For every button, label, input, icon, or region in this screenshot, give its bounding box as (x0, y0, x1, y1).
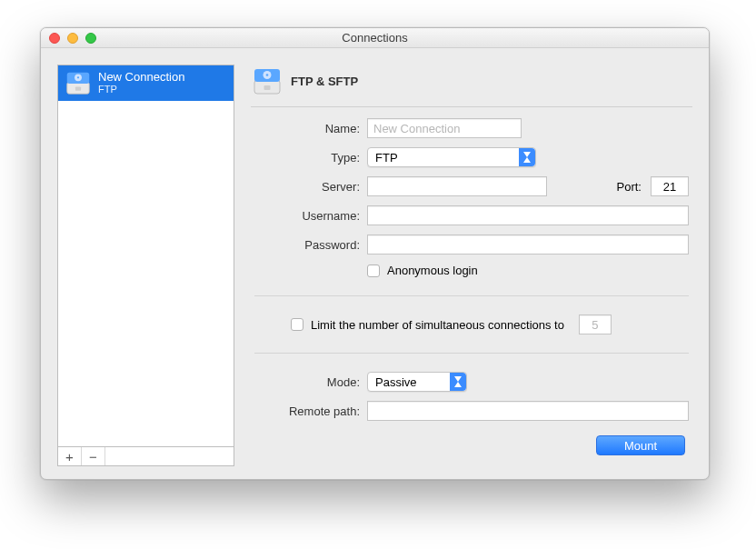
add-connection-button[interactable]: + (58, 447, 82, 465)
chevron-updown-icon (519, 148, 535, 166)
divider (254, 353, 689, 354)
server-field[interactable] (367, 176, 547, 196)
connections-source-list[interactable]: New Connection FTP (57, 65, 234, 446)
connection-form: Name: Type: FTP Server: (251, 118, 692, 455)
titlebar[interactable]: Connections (41, 28, 709, 48)
anonymous-label: Anonymous login (387, 264, 478, 277)
zoom-window-button[interactable] (85, 33, 96, 44)
type-select[interactable]: FTP (367, 147, 536, 167)
limit-connections-field[interactable] (579, 314, 612, 334)
minimize-window-button[interactable] (67, 33, 78, 44)
mode-value: Passive (375, 375, 417, 389)
port-label: Port: (617, 180, 643, 194)
close-window-button[interactable] (49, 33, 60, 44)
username-label: Username: (254, 209, 360, 223)
type-value: FTP (375, 151, 398, 165)
password-field[interactable] (367, 235, 689, 255)
username-field[interactable] (367, 205, 689, 225)
disk-icon (65, 70, 91, 95)
connection-item[interactable]: New Connection FTP (58, 65, 234, 101)
server-label: Server: (254, 180, 360, 194)
port-field[interactable] (651, 176, 689, 196)
connection-item-title: New Connection (98, 71, 184, 84)
remote-path-label: Remote path: (254, 404, 360, 418)
name-label: Name: (254, 122, 360, 135)
window-controls (41, 33, 96, 44)
anonymous-checkbox[interactable] (367, 265, 380, 277)
divider (254, 295, 689, 296)
window-body: New Connection FTP + − FTP & SFTP Name: (41, 48, 709, 479)
panel-title: FTP & SFTP (291, 75, 358, 88)
panel-header: FTP & SFTP (251, 65, 692, 107)
disk-icon (253, 66, 282, 95)
limit-connections-label: Limit the number of simultaneous connect… (311, 318, 564, 332)
mode-select[interactable]: Passive (367, 372, 467, 392)
password-label: Password: (254, 238, 360, 252)
sidebar-footer: + − (57, 446, 234, 466)
remove-connection-button[interactable]: − (82, 447, 105, 465)
window-title: Connections (41, 31, 709, 45)
type-label: Type: (254, 151, 360, 165)
limit-connections-checkbox[interactable] (291, 318, 303, 331)
connections-window: Connections New Connection FTP + − (40, 27, 710, 480)
connections-sidebar: New Connection FTP + − (57, 65, 234, 466)
connection-item-text: New Connection FTP (98, 71, 184, 95)
connection-item-subtitle: FTP (98, 84, 184, 95)
connection-details-panel: FTP & SFTP Name: Type: FTP (251, 65, 692, 466)
mode-label: Mode: (254, 375, 360, 389)
chevron-updown-icon (450, 373, 466, 391)
name-field[interactable] (367, 118, 522, 138)
remote-path-field[interactable] (367, 401, 689, 421)
footer-spacer (105, 447, 234, 465)
mount-button[interactable]: Mount (596, 435, 685, 455)
